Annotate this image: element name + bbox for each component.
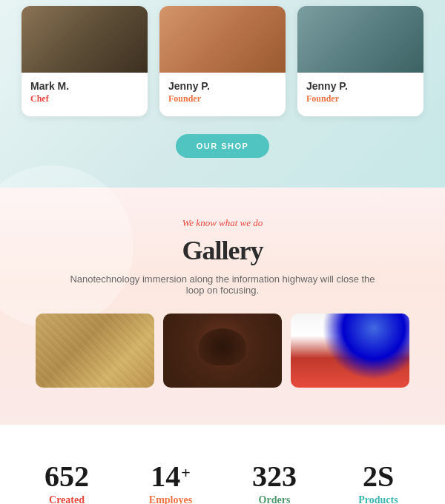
stats-section: 652 Created As I went on, still gaining …	[0, 425, 445, 504]
stat-label-created: Created	[19, 494, 115, 504]
team-card-image	[159, 6, 286, 73]
gallery-header: We know what we do Gallery Nanotechnolog…	[22, 217, 423, 296]
team-card-jenny2: Jenny P. Founder	[297, 6, 423, 116]
team-card-jenny1: Jenny P. Founder	[159, 6, 286, 116]
berry-image	[291, 314, 409, 388]
stat-number-products: 2S	[330, 462, 426, 491]
gallery-description: Nanotechnology immersion along the infor…	[67, 273, 378, 296]
stat-created: 652 Created As I went on, still gaining …	[19, 462, 115, 504]
stat-label-orders: Orders	[226, 494, 323, 504]
chef-photo	[22, 6, 148, 73]
stat-orders: 323 Orders Still gaining velocity, the p…	[226, 462, 323, 504]
gallery-subtitle: We know what we do	[22, 217, 423, 229]
team-cards-container: Mark M. Chef Jenny P. Founder Jenny P. F…	[15, 0, 430, 116]
team-card-name: Jenny P.	[168, 80, 277, 92]
gallery-section: We know what we do Gallery Nanotechnolog…	[0, 188, 445, 425]
cake-image	[163, 314, 282, 388]
stat-label-products: Products	[330, 494, 426, 504]
stat-products: 2S Products Gaining velocity, the palpit…	[330, 462, 426, 504]
team-section: Mark M. Chef Jenny P. Founder Jenny P. F…	[0, 0, 445, 188]
team-card-name: Jenny P.	[306, 80, 415, 92]
stats-grid: 652 Created As I went on, still gaining …	[15, 462, 430, 504]
stat-number-employes: 14+	[122, 462, 219, 491]
stat-label-employes: Employes	[122, 494, 219, 504]
team-card-role: Founder	[168, 93, 277, 105]
stat-number-created: 652	[19, 462, 115, 491]
team-card-image	[22, 6, 148, 73]
gallery-image-cake	[163, 314, 282, 388]
gallery-title: Gallery	[22, 235, 423, 266]
team-card-mark: Mark M. Chef	[22, 6, 148, 116]
team-card-info: Mark M. Chef	[22, 73, 148, 105]
team-card-info: Jenny P. Founder	[297, 73, 423, 105]
jenny2-photo	[297, 6, 423, 73]
bread-image	[36, 314, 154, 388]
shop-button-wrapper: OUR SHOP	[15, 134, 430, 158]
gallery-image-bread	[36, 314, 154, 388]
jenny1-photo	[159, 6, 286, 73]
stat-number-orders: 323	[226, 462, 323, 491]
gallery-images-container	[22, 314, 423, 388]
our-shop-button[interactable]: OUR SHOP	[176, 134, 270, 158]
team-card-image	[297, 6, 423, 73]
team-card-info: Jenny P. Founder	[159, 73, 286, 105]
gallery-image-berry	[291, 314, 409, 388]
stat-suffix-employes: +	[181, 465, 191, 481]
stat-employes: 14+ Employes Went on, still gaining velo…	[122, 462, 219, 504]
team-card-role: Founder	[306, 93, 415, 105]
team-card-role: Chef	[30, 93, 139, 105]
team-card-name: Mark M.	[30, 80, 139, 92]
